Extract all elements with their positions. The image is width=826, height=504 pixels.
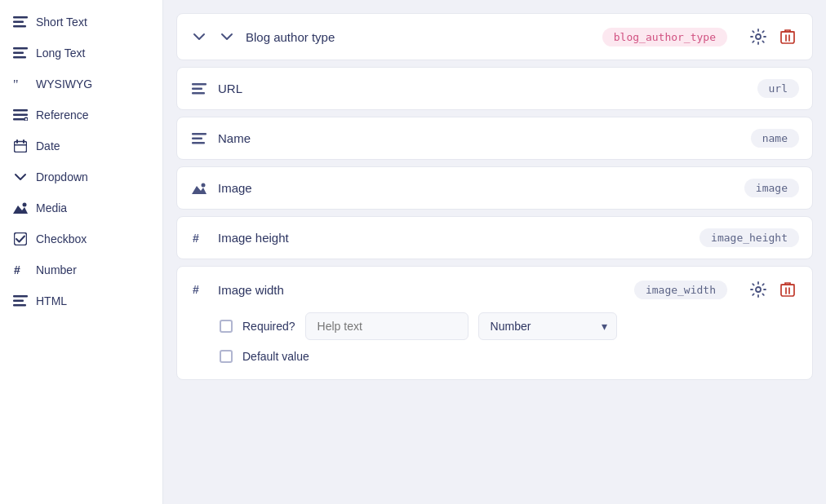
svg-rect-30: [192, 137, 202, 139]
field-name: Image: [218, 181, 735, 195]
svg-rect-8: [13, 114, 28, 117]
sidebar-item-label-dropdown: Dropdown: [36, 170, 88, 183]
sidebar: Short Text Long Text " WYSIWYG Reference…: [0, 0, 163, 504]
sidebar-item-long-text[interactable]: Long Text: [0, 38, 162, 69]
main-content: Blog author typeblog_author_typeURLurlNa…: [163, 0, 826, 504]
field-card-blog-author-type: Blog author typeblog_author_type: [176, 13, 813, 60]
sidebar-item-label-reference: Reference: [36, 108, 89, 122]
svg-text:#: #: [193, 283, 199, 296]
svg-rect-2: [13, 25, 26, 28]
required-label: Required?: [242, 320, 295, 333]
svg-rect-0: [13, 16, 28, 19]
sidebar-item-dropdown[interactable]: Dropdown: [0, 161, 162, 192]
sidebar-item-number[interactable]: # Number: [0, 254, 162, 285]
svg-point-33: [202, 183, 206, 187]
svg-rect-29: [192, 133, 206, 135]
checkbox-icon: [13, 232, 28, 246]
svg-rect-3: [13, 47, 28, 50]
svg-rect-20: [13, 300, 24, 303]
svg-rect-14: [15, 144, 27, 146]
sidebar-item-short-text[interactable]: Short Text: [0, 7, 162, 38]
svg-rect-23: [781, 32, 794, 43]
svg-rect-19: [13, 295, 28, 298]
svg-text:#: #: [193, 232, 199, 245]
svg-text:#: #: [14, 263, 20, 276]
svg-rect-37: [781, 285, 794, 296]
chevron-down-icon: [218, 28, 236, 46]
field-name: Image height: [218, 231, 690, 245]
svg-rect-5: [13, 56, 26, 59]
reference-icon: [13, 108, 28, 122]
field-options: Required?NumberTextBooleanDefault value: [190, 312, 799, 363]
field-slug: blog_author_type: [602, 28, 727, 46]
svg-rect-13: [23, 139, 24, 144]
svg-rect-7: [13, 109, 28, 112]
date-icon: [13, 139, 28, 153]
sidebar-item-label-short-text: Short Text: [36, 15, 87, 29]
svg-point-16: [23, 203, 27, 207]
type-select[interactable]: NumberTextBoolean: [478, 312, 617, 340]
required-option-row: Required?NumberTextBoolean: [220, 312, 799, 340]
html-icon: [13, 294, 28, 308]
svg-marker-15: [13, 206, 28, 214]
field-card-image-width: #Image widthimage_widthRequired?NumberTe…: [176, 266, 813, 380]
sidebar-item-label-checkbox: Checkbox: [36, 232, 87, 245]
short-text-icon: [13, 15, 28, 29]
svg-rect-1: [13, 21, 24, 24]
svg-point-22: [756, 34, 761, 39]
sidebar-item-label-number: Number: [36, 263, 77, 276]
field-slug: url: [757, 79, 799, 98]
sidebar-item-date[interactable]: Date: [0, 130, 162, 161]
sidebar-item-label-long-text: Long Text: [36, 46, 85, 60]
required-checkbox[interactable]: [220, 320, 233, 333]
default-value-option-row: Default value: [220, 350, 799, 363]
svg-rect-26: [192, 83, 206, 86]
sidebar-item-label-media: Media: [36, 201, 67, 214]
sidebar-item-wysiwyg[interactable]: " WYSIWYG: [0, 69, 162, 99]
field-slug: name: [751, 129, 799, 148]
svg-rect-21: [13, 304, 26, 307]
media-icon: [190, 179, 208, 197]
expand-icon[interactable]: [190, 28, 208, 46]
sidebar-item-reference[interactable]: Reference: [0, 99, 162, 130]
short-text-icon: [190, 80, 208, 98]
field-slug: image: [744, 179, 799, 197]
field-name: URL: [218, 82, 748, 95]
svg-rect-11: [15, 142, 27, 153]
svg-marker-32: [192, 186, 206, 194]
svg-point-36: [756, 287, 761, 292]
field-slug: image_height: [699, 228, 799, 247]
svg-rect-28: [192, 92, 205, 95]
number-icon: #: [190, 281, 208, 298]
field-name: Name: [218, 131, 741, 145]
field-card-image: Imageimage: [176, 166, 813, 210]
long-text-icon: [13, 46, 28, 60]
field-slug: image_width: [634, 281, 727, 299]
number-icon: #: [13, 263, 28, 277]
sidebar-item-media[interactable]: Media: [0, 192, 162, 223]
field-actions: [747, 25, 799, 48]
svg-point-10: [24, 117, 28, 121]
number-icon: #: [190, 229, 208, 247]
field-name: Image width: [218, 283, 624, 297]
field-card-image-height: #Image heightimage_height: [176, 216, 813, 259]
delete-button[interactable]: [776, 25, 799, 48]
default-value-checkbox[interactable]: [220, 350, 233, 363]
sidebar-item-html[interactable]: HTML: [0, 285, 162, 316]
sidebar-item-label-wysiwyg: WYSIWYG: [36, 77, 92, 91]
delete-button[interactable]: [776, 278, 799, 301]
sidebar-item-checkbox[interactable]: Checkbox: [0, 223, 162, 254]
svg-rect-31: [192, 142, 205, 144]
type-select-wrapper: NumberTextBoolean: [478, 312, 617, 340]
field-card-url: URLurl: [176, 67, 813, 110]
sidebar-item-label-date: Date: [36, 139, 60, 153]
help-text-input[interactable]: [305, 312, 469, 340]
field-card-name: Namename: [176, 117, 813, 160]
sidebar-item-label-html: HTML: [36, 294, 67, 307]
settings-button[interactable]: [747, 25, 770, 48]
settings-button[interactable]: [747, 278, 770, 301]
svg-rect-9: [13, 118, 24, 121]
field-name: Blog author type: [246, 30, 593, 44]
dropdown-icon: [13, 170, 28, 184]
media-icon: [13, 201, 28, 215]
